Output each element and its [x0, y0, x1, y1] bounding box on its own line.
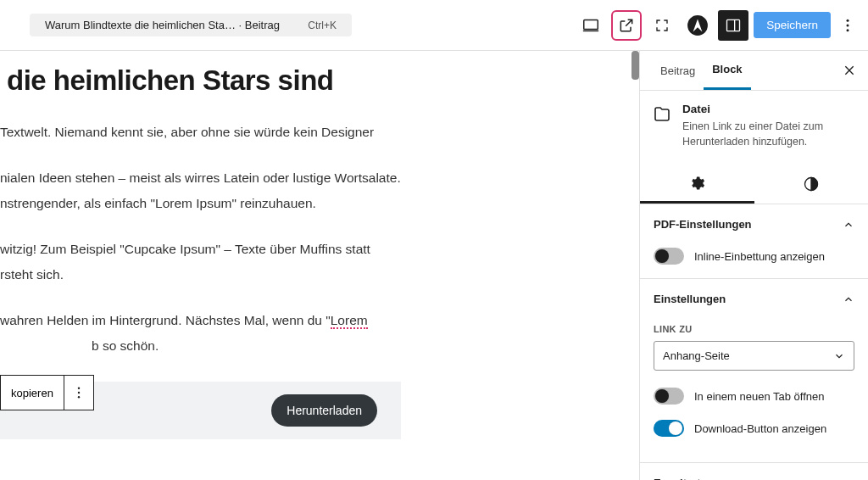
settings-sidebar: Beitrag Block Datei Einen Link zu einer … [639, 51, 868, 480]
paragraph[interactable]: wahren Helden im Hintergrund. Nächstes M… [0, 310, 614, 331]
fullscreen-icon[interactable] [647, 10, 677, 41]
editor-canvas[interactable]: die heimlichen Stars sind Textwelt. Niem… [0, 51, 639, 480]
subtab-styles[interactable] [754, 165, 869, 204]
save-button[interactable]: Speichern [754, 12, 831, 38]
section-title: Einstellungen [654, 293, 726, 305]
desktop-view-icon[interactable] [576, 10, 606, 41]
section-title: Erweitert [654, 477, 701, 480]
external-preview-button[interactable] [611, 10, 642, 41]
toggle-show-download[interactable] [654, 420, 684, 437]
keyboard-shortcut: Ctrl+K [308, 20, 337, 31]
gear-icon [688, 175, 705, 192]
select-link-to[interactable]: Anhang-Seite [654, 341, 854, 371]
section-title: PDF-Einstellungen [654, 218, 752, 231]
svg-point-7 [78, 388, 80, 389]
download-button[interactable]: Herunterladen [271, 394, 377, 427]
tab-post[interactable]: Beitrag [652, 53, 704, 89]
paragraph[interactable]: Textwelt. Niemand kennt sie, aber ohne s… [0, 122, 614, 142]
text-fragment: b so schön. [92, 338, 159, 353]
file-block-icon [652, 104, 672, 125]
block-description: Einen Link zu einer Datei zum Herunterla… [682, 119, 856, 149]
svg-point-6 [847, 29, 849, 31]
section-pdf-settings[interactable]: PDF-Einstellungen [640, 204, 868, 244]
select-value: Anhang-Seite [663, 349, 730, 362]
sidebar-toggle-icon[interactable] [718, 10, 748, 41]
document-title-bar[interactable]: Warum Blindtexte die heimlichen Sta… · B… [30, 14, 352, 36]
astra-icon[interactable] [682, 10, 713, 41]
paragraph[interactable]: b so schön. [0, 336, 614, 356]
copy-url-button[interactable]: kopieren [1, 376, 64, 410]
scrollbar-thumb[interactable] [632, 51, 639, 80]
block-toolbar: kopieren [0, 375, 94, 410]
toggle-inline-embed[interactable] [654, 248, 684, 265]
section-settings[interactable]: Einstellungen [640, 279, 868, 319]
toggle-open-new-tab[interactable] [654, 388, 684, 405]
chevron-down-icon [833, 350, 845, 362]
tab-block[interactable]: Block [704, 51, 750, 90]
svg-rect-2 [727, 20, 740, 31]
paragraph[interactable]: rsteht sich. [0, 265, 614, 285]
svg-point-9 [78, 396, 80, 398]
post-heading[interactable]: die heimlichen Stars sind [7, 64, 614, 97]
svg-point-8 [78, 392, 80, 393]
section-advanced[interactable]: Erweitert [640, 463, 868, 480]
svg-point-4 [847, 19, 849, 21]
document-title: Warum Blindtexte die heimlichen Sta… · B… [45, 19, 280, 31]
field-label-linkto: Link zu [654, 324, 854, 334]
paragraph[interactable]: witzig! Zum Beispiel "Cupcake Ipsum" – T… [0, 239, 614, 260]
svg-point-5 [847, 24, 849, 26]
contrast-icon [803, 176, 820, 193]
more-options-icon[interactable] [836, 10, 860, 41]
block-name: Datei [682, 103, 856, 115]
paragraph[interactable]: nstrengender, als einfach "Lorem Ipsum" … [0, 193, 614, 214]
toggle-label: In einem neuen Tab öffnen [694, 390, 824, 403]
block-more-options-icon[interactable] [64, 376, 93, 410]
paragraph[interactable]: nialen Ideen stehen – meist als wirres L… [0, 168, 614, 188]
close-sidebar-icon[interactable] [836, 57, 863, 84]
toggle-label: Download-Button anzeigen [694, 422, 826, 435]
toggle-label: Inline-Einbettung anzeigen [694, 250, 825, 263]
chevron-up-icon [843, 219, 854, 231]
text-fragment: wahren Helden im Hintergrund. Nächstes M… [0, 313, 331, 327]
chevron-up-icon [843, 293, 854, 305]
svg-rect-0 [584, 20, 598, 29]
spellcheck-mark: Lorem [331, 313, 368, 329]
subtab-settings[interactable] [640, 165, 754, 204]
